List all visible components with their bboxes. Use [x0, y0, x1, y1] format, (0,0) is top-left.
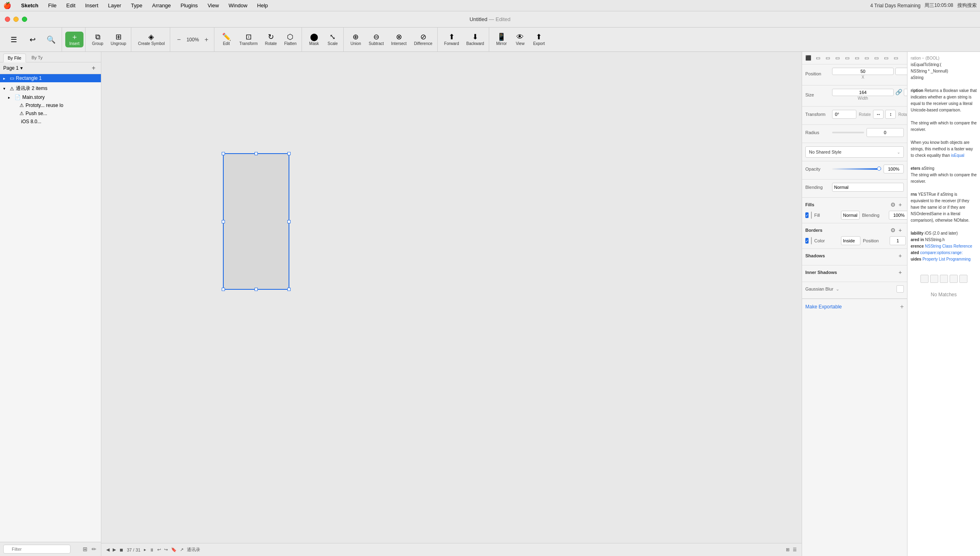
borders-add-btn[interactable]: + [897, 227, 904, 234]
back-btn[interactable]: ↩ [157, 547, 161, 552]
shared-style-selector[interactable]: No Shared Style ⌄ [805, 146, 904, 158]
filter-input[interactable] [3, 545, 71, 554]
opacity-input[interactable] [884, 165, 904, 173]
menu-window[interactable]: Window [227, 2, 249, 9]
union-button[interactable]: ⊕ Union [347, 32, 365, 47]
rectangle-shape[interactable] [223, 153, 289, 290]
layer-item[interactable]: ▾ ⚠ 通讯录 2 items [0, 84, 101, 93]
align-extra2-btn[interactable]: ▭ [891, 53, 900, 62]
layer-settings-button[interactable]: ✏ [90, 545, 98, 553]
align-top-btn[interactable]: ▭ [833, 53, 842, 62]
layer-item[interactable]: ⚠ Prototy... reuse lo [0, 101, 101, 109]
x-input[interactable] [832, 68, 894, 75]
border-checkbox[interactable]: ✓ [805, 238, 809, 244]
sidebar-toggle[interactable]: ☰ [5, 34, 23, 45]
menu-layer[interactable]: Layer [107, 2, 123, 9]
close-button[interactable] [5, 17, 10, 22]
mask-button[interactable]: ⬤ Mask [305, 32, 323, 47]
menu-sketch[interactable]: Sketch [19, 2, 40, 9]
opacity-slider[interactable] [832, 168, 881, 170]
handle-middle-right[interactable] [287, 220, 291, 223]
flip-h-button[interactable]: ↔ [873, 110, 884, 119]
y-input[interactable] [895, 68, 907, 75]
tab-by-file[interactable]: By File [3, 53, 26, 62]
bookmark-icon[interactable]: 🔖 [171, 547, 177, 552]
handle-middle-left[interactable] [222, 220, 225, 223]
canvas-area[interactable]: ◀ ▶ ⏹ 37 / 31 ▸ ⏸ ↩ ↪ 🔖 ↗ 通讯录 ⊞ ☰ [101, 52, 802, 556]
create-symbol-button[interactable]: ◈ Create Symbol [135, 32, 168, 47]
radius-slider[interactable] [832, 132, 864, 133]
insert-button[interactable]: ＋ Insert [65, 32, 83, 47]
align-bottom-btn[interactable]: ▭ [852, 53, 861, 62]
align-left-btn[interactable]: ⬛ [804, 53, 813, 62]
artboard[interactable] [223, 153, 289, 290]
undo-btn[interactable]: ↩ [24, 34, 41, 45]
gaussian-blur-chevron[interactable]: ⌄ [836, 287, 839, 292]
play-btn[interactable]: ▶ [113, 547, 116, 552]
menu-view[interactable]: View [206, 2, 220, 9]
export-button[interactable]: ⬆ Export [530, 32, 548, 47]
border-thickness-input[interactable] [890, 236, 906, 245]
align-extra1-btn[interactable]: ▭ [882, 53, 890, 62]
width-input[interactable] [832, 89, 894, 96]
next-page-btn[interactable]: ▸ [144, 547, 146, 552]
forward-button[interactable]: ⬆ Forward [441, 32, 462, 47]
align-right-btn[interactable]: ▭ [823, 53, 832, 62]
fill-checkbox[interactable]: ✓ [805, 212, 809, 218]
menu-plugins[interactable]: Plugins [179, 2, 199, 9]
intersect-button[interactable]: ⊗ Intersect [388, 32, 410, 47]
make-exportable-section[interactable]: Make Exportable + [802, 299, 907, 314]
fill-color-swatch[interactable] [811, 212, 812, 219]
fills-settings-btn[interactable]: ⚙ [889, 201, 897, 208]
subtract-button[interactable]: ⊖ Subtract [366, 32, 387, 47]
menu-edit[interactable]: Edit [65, 2, 77, 9]
rotate-input[interactable] [832, 110, 856, 119]
pause-btn[interactable]: ⏸ [150, 547, 154, 552]
handle-top-left[interactable] [222, 152, 225, 155]
flatten-button[interactable]: ⬡ Flatten [281, 32, 300, 47]
fill-blend-select[interactable]: Normal [841, 211, 860, 220]
tab-by-type[interactable]: By Ty [28, 53, 47, 62]
handle-bottom-right[interactable] [287, 288, 291, 291]
align-icon-2[interactable] [930, 275, 938, 283]
forward-btn[interactable]: ↪ [164, 547, 168, 552]
search-btn[interactable]: 🔍 [42, 34, 60, 45]
grid-view-btn[interactable]: ⊞ [786, 547, 790, 552]
handle-top-right[interactable] [287, 152, 291, 155]
handle-bottom-center[interactable] [255, 288, 258, 291]
share-icon[interactable]: ↗ [180, 547, 184, 552]
backward-button[interactable]: ⬇ Backward [463, 32, 487, 47]
align-center-h-btn[interactable]: ▭ [813, 53, 822, 62]
radius-input[interactable] [867, 128, 904, 137]
maximize-button[interactable] [22, 17, 27, 22]
layer-item[interactable]: ▸ 📄 Main.story [0, 93, 101, 101]
border-color-swatch[interactable] [811, 237, 812, 244]
height-input[interactable] [904, 89, 907, 96]
stop-btn[interactable]: ⏹ [119, 547, 124, 552]
menu-help[interactable]: Help [255, 2, 270, 9]
layer-item[interactable]: ⚠ Push se... [0, 109, 101, 118]
ungroup-button[interactable]: ⊞ Ungroup [107, 32, 129, 47]
mirror-button[interactable]: 📱 Mirror [492, 32, 510, 47]
distribute-v-btn[interactable]: ▭ [872, 53, 881, 62]
edit-button[interactable]: ✏️ Edit [218, 32, 235, 47]
blending-select[interactable]: Normal Darken Multiply [832, 183, 904, 192]
align-icon-3[interactable] [940, 275, 948, 283]
menu-file[interactable]: File [47, 2, 58, 9]
flip-v-button[interactable]: ↕ [885, 110, 896, 119]
fill-opacity-input[interactable] [889, 211, 907, 220]
distribute-h-btn[interactable]: ▭ [862, 53, 871, 62]
align-icon-1[interactable] [920, 275, 929, 283]
transform-button[interactable]: ⊡ Transform [236, 32, 261, 47]
zoom-in-button[interactable]: + [203, 36, 211, 44]
gaussian-blur-toggle[interactable] [897, 285, 904, 293]
align-icon-4[interactable] [950, 275, 958, 283]
rotate-button[interactable]: ↻ Rotate [262, 32, 280, 47]
borders-settings-btn[interactable]: ⚙ [889, 227, 897, 234]
add-page-button[interactable]: + [90, 64, 98, 72]
menu-type[interactable]: Type [129, 2, 144, 9]
handle-top-center[interactable] [255, 152, 258, 155]
zoom-out-button[interactable]: − [175, 36, 183, 44]
align-center-v-btn[interactable]: ▭ [843, 53, 852, 62]
list-view-btn[interactable]: ☰ [793, 547, 797, 552]
